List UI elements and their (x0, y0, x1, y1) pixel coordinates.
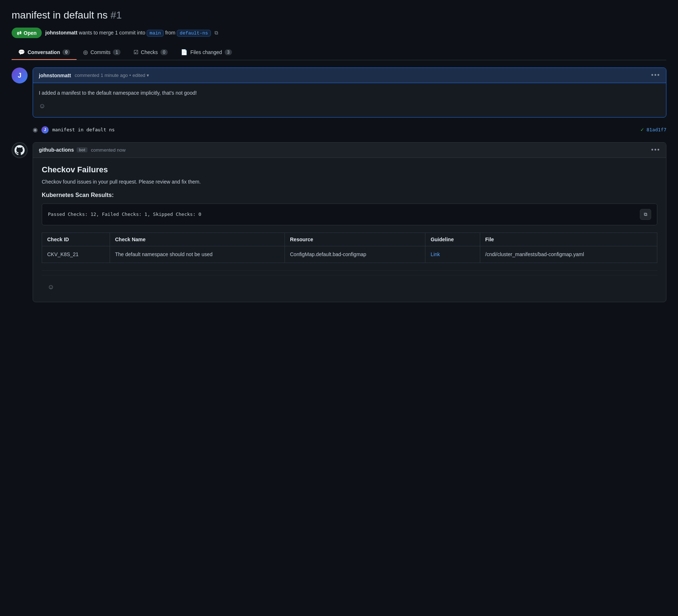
guideline-link[interactable]: Link (430, 251, 440, 257)
checkov-heading: Checkov Failures (42, 165, 657, 174)
emoji-reaction-1[interactable]: ☺ (39, 101, 660, 111)
col-guideline: Guideline (425, 233, 480, 246)
commit-line: ◉ J manifest in default ns ✓ 81ad1f7 (12, 123, 666, 136)
checks-table: Check ID Check Name Resource Guideline F… (42, 233, 657, 263)
col-check-id: Check ID (42, 233, 110, 246)
bot-tag: bot (77, 147, 87, 152)
edited-label[interactable]: edited (132, 73, 149, 78)
tab-conversation[interactable]: 💬 Conversation 0 (12, 45, 77, 60)
commit-connector-icon: ◉ (33, 126, 38, 133)
col-resource: Resource (285, 233, 425, 246)
bot-more-options[interactable]: ••• (651, 146, 660, 154)
content-area: J johnstonmatt commented 1 minute ago • … (12, 67, 666, 308)
files-icon: 📄 (181, 49, 188, 56)
comment-timestamp: commented 1 minute ago (75, 73, 128, 78)
cell-file: /cndi/cluster_manifests/bad-configmap.ya… (480, 246, 657, 263)
files-count: 3 (225, 49, 232, 55)
commit-check-icon: ✓ (640, 127, 644, 132)
comment-author-name[interactable]: johnstonmatt (39, 73, 71, 78)
cell-guideline[interactable]: Link (425, 246, 480, 263)
comment-thread-bot: github-actions bot commented now ••• Che… (12, 142, 666, 302)
avatar-github-actions (12, 142, 28, 158)
tabs-bar: 💬 Conversation 0 ◎ Commits 1 ☑ Checks 0 … (12, 45, 666, 60)
cell-check-id: CKV_K8S_21 (42, 246, 110, 263)
bot-author-name[interactable]: github-actions (39, 147, 74, 153)
merge-icon: ⇄ (17, 29, 21, 36)
target-branch[interactable]: main (147, 30, 164, 37)
comment-box-1: johnstonmatt commented 1 minute ago • ed… (33, 67, 666, 117)
pr-number: #1 (110, 9, 122, 21)
comment-body-1: I added a manifest to the default namesp… (33, 83, 666, 117)
code-block: Passed Checks: 12, Failed Checks: 1, Ski… (42, 204, 657, 225)
checkov-body: Checkov Failures Checkov found issues in… (33, 158, 666, 302)
code-line: Passed Checks: 12, Failed Checks: 1, Ski… (48, 212, 201, 217)
tab-checks-label: Checks (141, 49, 158, 55)
copy-code-button[interactable]: ⧉ (640, 209, 651, 220)
commits-icon: ◎ (83, 49, 88, 56)
source-branch[interactable]: default-ns (177, 30, 211, 37)
comment-more-options[interactable]: ••• (651, 71, 660, 79)
status-label: Open (24, 30, 37, 36)
bottom-reaction[interactable]: ☺ (42, 280, 657, 295)
table-header-row: Check ID Check Name Resource Guideline F… (42, 233, 657, 246)
conversation-icon: 💬 (18, 49, 25, 56)
comment-header-bot: github-actions bot commented now ••• (33, 143, 666, 158)
tab-checks[interactable]: ☑ Checks 0 (127, 45, 174, 60)
from-label: from (165, 30, 175, 36)
commit-hash[interactable]: 81ad1f7 (646, 127, 666, 132)
tab-files-label: Files changed (190, 49, 222, 55)
separator-1 (42, 270, 657, 271)
pr-meta-description: johnstonmatt wants to merge 1 commit int… (45, 30, 218, 36)
page-title: manifest in default ns #1 (12, 9, 666, 22)
tab-files-changed[interactable]: 📄 Files changed 3 (174, 45, 238, 60)
checks-icon: ☑ (134, 49, 138, 56)
cell-check-name: The default namespace should not be used (110, 246, 285, 263)
commit-avatar: J (41, 126, 49, 134)
comment-text-1: I added a manifest to the default namesp… (39, 89, 660, 97)
comment-author-info: johnstonmatt commented 1 minute ago • ed… (39, 73, 149, 78)
bot-timestamp: commented now (91, 147, 126, 153)
separator-2 (42, 275, 657, 275)
commits-count: 1 (113, 49, 121, 55)
scan-heading: Kubernetes Scan Results: (42, 192, 657, 198)
comment-box-bot: github-actions bot commented now ••• Che… (33, 142, 666, 302)
comment-header-1: johnstonmatt commented 1 minute ago • ed… (33, 68, 666, 83)
bot-author-info: github-actions bot commented now (39, 147, 126, 153)
table-row: CKV_K8S_21 The default namespace should … (42, 246, 657, 263)
avatar-johnstonmatt: J (12, 67, 28, 83)
copy-branch-icon[interactable]: ⧉ (215, 30, 218, 36)
col-file: File (480, 233, 657, 246)
merge-description: wants to merge 1 commit into (79, 30, 145, 36)
checkov-description: Checkov found issues in your pull reques… (42, 179, 657, 185)
pr-title-text: manifest in default ns (12, 9, 108, 21)
pr-author[interactable]: johnstonmatt (45, 30, 78, 36)
cell-resource: ConfigMap.default.bad-configmap (285, 246, 425, 263)
checks-count: 0 (160, 49, 168, 55)
conversation-count: 0 (62, 49, 70, 55)
pr-meta: ⇄ Open johnstonmatt wants to merge 1 com… (12, 28, 666, 38)
tab-commits-label: Commits (90, 49, 110, 55)
col-check-name: Check Name (110, 233, 285, 246)
tab-commits[interactable]: ◎ Commits 1 (77, 45, 127, 60)
commit-name[interactable]: manifest in default ns (52, 127, 115, 132)
tab-conversation-label: Conversation (28, 49, 60, 55)
comment-thread-1: J johnstonmatt commented 1 minute ago • … (12, 67, 666, 117)
status-badge: ⇄ Open (12, 28, 42, 38)
